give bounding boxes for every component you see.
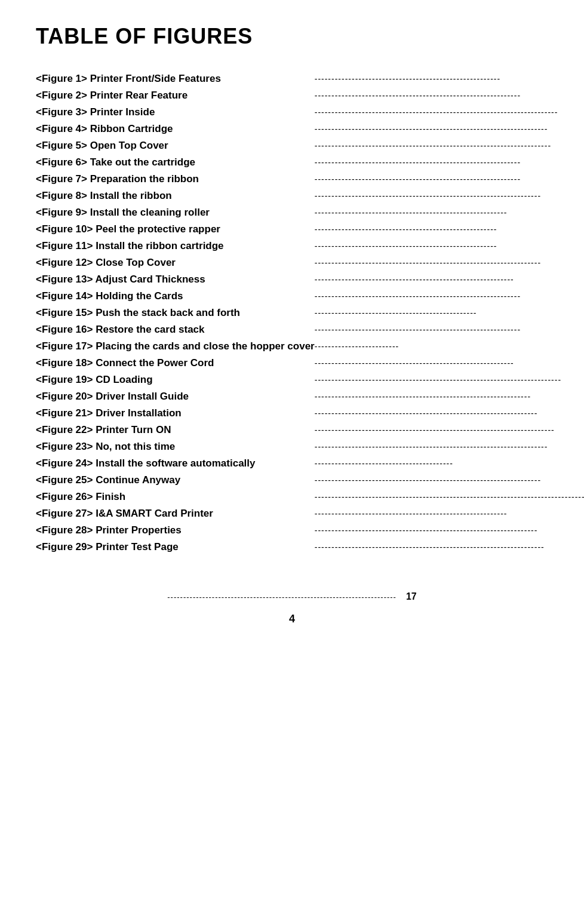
- figure-label: <Figure 1> Printer Front/Side Features: [36, 70, 315, 87]
- list-item: <Figure 11> Install the ribbon cartridge…: [36, 238, 584, 254]
- list-item: <Figure 19> CD Loading------------------…: [36, 372, 584, 388]
- list-item: <Figure 20> Driver Install Guide--------…: [36, 388, 584, 405]
- list-item: <Figure 25> Continue Anyway-------------…: [36, 472, 584, 489]
- figure-label: <Figure 15> Push the stack back and fort…: [36, 305, 315, 321]
- figure-label: <Figure 23> No, not this time: [36, 438, 315, 455]
- list-item: <Figure 5> Open Top Cover---------------…: [36, 137, 584, 154]
- figure-label: <Figure 8> Install the ribbon: [36, 188, 315, 204]
- figure-label: <Figure 6> Take out the cartridge: [36, 154, 315, 171]
- figure-dots: ----------------------------------------…: [315, 472, 584, 489]
- figure-dots: ----------------------------------------…: [315, 305, 584, 321]
- figure-label: <Figure 7> Preparation the ribbon: [36, 171, 315, 188]
- list-item: <Figure 26> Finish----------------------…: [36, 489, 584, 505]
- list-item: <Figure 4> Ribbon Cartridge-------------…: [36, 121, 584, 137]
- figure-dots: ----------------------------------------…: [315, 438, 584, 455]
- figure-dots: ----------------------------------------…: [315, 254, 584, 271]
- figure-label: <Figure 4> Ribbon Cartridge: [36, 121, 315, 137]
- figure-label: <Figure 19> CD Loading: [36, 372, 315, 388]
- figure-dots: ----------------------------------------…: [315, 271, 584, 288]
- list-item: <Figure 6> Take out the cartridge-------…: [36, 154, 584, 171]
- figure-label: <Figure 29> Printer Test Page: [36, 539, 315, 555]
- figure-dots: ----------------------------------------…: [315, 221, 584, 238]
- figure-label: <Figure 11> Install the ribbon cartridge: [36, 238, 315, 254]
- figure-label: <Figure 3> Printer Inside: [36, 104, 315, 121]
- list-item: <Figure 3> Printer Inside---------------…: [36, 104, 584, 121]
- figure-label: <Figure 26> Finish: [36, 489, 315, 505]
- figure-dots: ----------------------------------------…: [315, 188, 584, 204]
- figure-label: <Figure 28> Printer Properties: [36, 522, 315, 539]
- figure-label: <Figure 20> Driver Install Guide: [36, 388, 315, 405]
- figure-dots: ----------------------------------------…: [315, 355, 584, 372]
- figure-label: <Figure 22> Printer Turn ON: [36, 422, 315, 438]
- figure-dots: ----------------------------------------…: [315, 104, 584, 121]
- figure-dots: ----------------------------------------…: [315, 321, 584, 338]
- figure-dots: ----------------------------------------…: [315, 422, 584, 438]
- figure-label: <Figure 25> Continue Anyway: [36, 472, 315, 489]
- list-item: <Figure 7> Preparation the ribbon-------…: [36, 171, 584, 188]
- list-item: <Figure 17> Placing the cards and close …: [36, 338, 584, 355]
- figure-dots: ----------------------------------------…: [315, 388, 584, 405]
- figure-label: <Figure 16> Restore the card stack: [36, 321, 315, 338]
- figure-dots: ----------------------------------------…: [315, 455, 584, 472]
- footer-dots: ----------------------------------------…: [167, 593, 396, 601]
- figure-label: <Figure 12> Close Top Cover: [36, 254, 315, 271]
- figure-label: <Figure 14> Holding the Cards: [36, 288, 315, 305]
- list-item: <Figure 29> Printer Test Page-----------…: [36, 539, 584, 555]
- figure-dots: ----------------------------------------…: [315, 505, 584, 522]
- figure-dots: -------------------------: [315, 338, 584, 355]
- list-item: <Figure 16> Restore the card stack------…: [36, 321, 584, 338]
- page-title: TABLE OF FIGURES: [36, 24, 548, 49]
- list-item: <Figure 10> Peel the protective rapper--…: [36, 221, 584, 238]
- list-item: <Figure 22> Printer Turn ON-------------…: [36, 422, 584, 438]
- list-item: <Figure 27> I&A SMART Card Printer------…: [36, 505, 584, 522]
- figure-label: <Figure 24> Install the software automat…: [36, 455, 315, 472]
- list-item: <Figure 13> Adjust Card Thickness-------…: [36, 271, 584, 288]
- figure-dots: ----------------------------------------…: [315, 70, 584, 87]
- figure-label: <Figure 2> Printer Rear Feature: [36, 87, 315, 104]
- list-item: <Figure 23> No, not this time-----------…: [36, 438, 584, 455]
- list-item: <Figure 14> Holding the Cards-----------…: [36, 288, 584, 305]
- figure-label: <Figure 21> Driver Installation: [36, 405, 315, 422]
- figure-dots: ----------------------------------------…: [315, 204, 584, 221]
- figure-label: <Figure 27> I&A SMART Card Printer: [36, 505, 315, 522]
- figure-label: <Figure 13> Adjust Card Thickness: [36, 271, 315, 288]
- page-number: 4: [36, 613, 548, 625]
- list-item: <Figure 24> Install the software automat…: [36, 455, 584, 472]
- figure-dots: ----------------------------------------…: [315, 288, 584, 305]
- figure-dots: ----------------------------------------…: [315, 522, 584, 539]
- figure-label: <Figure 5> Open Top Cover: [36, 137, 315, 154]
- figure-dots: ----------------------------------------…: [315, 539, 584, 555]
- list-item: <Figure 28> Printer Properties----------…: [36, 522, 584, 539]
- footer-page: 17: [406, 591, 417, 602]
- figure-label: <Figure 9> Install the cleaning roller: [36, 204, 315, 221]
- figure-label: <Figure 18> Connect the Power Cord: [36, 355, 315, 372]
- footer-row: ----------------------------------------…: [36, 591, 548, 602]
- figure-dots: ----------------------------------------…: [315, 405, 584, 422]
- figure-dots: ----------------------------------------…: [315, 238, 584, 254]
- list-item: <Figure 8> Install the ribbon-----------…: [36, 188, 584, 204]
- list-item: <Figure 12> Close Top Cover-------------…: [36, 254, 584, 271]
- list-item: <Figure 21> Driver Installation---------…: [36, 405, 584, 422]
- list-item: <Figure 18> Connect the Power Cord------…: [36, 355, 584, 372]
- figure-dots: ----------------------------------------…: [315, 489, 584, 505]
- figure-label: <Figure 10> Peel the protective rapper: [36, 221, 315, 238]
- list-item: <Figure 9> Install the cleaning roller--…: [36, 204, 584, 221]
- table-of-figures: <Figure 1> Printer Front/Side Features--…: [36, 70, 584, 555]
- list-item: <Figure 2> Printer Rear Feature---------…: [36, 87, 584, 104]
- figure-label: <Figure 17> Placing the cards and close …: [36, 338, 315, 355]
- figure-dots: ----------------------------------------…: [315, 372, 584, 388]
- figure-dots: ----------------------------------------…: [315, 121, 584, 137]
- figure-dots: ----------------------------------------…: [315, 171, 584, 188]
- figure-dots: ----------------------------------------…: [315, 154, 584, 171]
- list-item: <Figure 1> Printer Front/Side Features--…: [36, 70, 584, 87]
- figure-dots: ----------------------------------------…: [315, 87, 584, 104]
- figure-dots: ----------------------------------------…: [315, 137, 584, 154]
- list-item: <Figure 15> Push the stack back and fort…: [36, 305, 584, 321]
